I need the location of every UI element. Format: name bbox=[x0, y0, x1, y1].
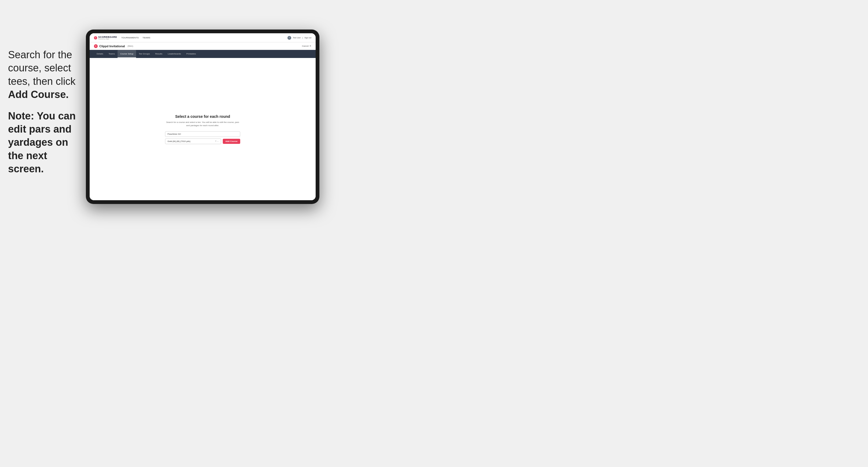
separator: | bbox=[302, 37, 303, 39]
logo-subtitle: Powered by clippd bbox=[98, 38, 117, 40]
tab-details[interactable]: Details bbox=[94, 50, 106, 58]
tournament-icon: C bbox=[94, 44, 98, 48]
tournament-badge: (Men) bbox=[127, 45, 133, 47]
annotation-bold: Add Course. bbox=[8, 89, 69, 100]
tab-results[interactable]: Results bbox=[152, 50, 165, 58]
tab-course-setup[interactable]: Course Setup bbox=[118, 50, 136, 58]
annotation-text: Search for the course, select tees, then… bbox=[8, 48, 83, 184]
cancel-button[interactable]: Cancel ✕ bbox=[302, 45, 311, 47]
card-title: Select a course for each round bbox=[165, 114, 240, 119]
tournament-title: C Clippd Invitational (Men) bbox=[94, 44, 133, 48]
cancel-label: Cancel bbox=[302, 45, 309, 47]
tab-bar: Details Teams Course Setup Tee Groups Re… bbox=[90, 50, 316, 58]
course-setup-card: Select a course for each round Search fo… bbox=[165, 114, 240, 144]
tab-teams[interactable]: Teams bbox=[106, 50, 118, 58]
nav-links: TOURNAMENTS TEAMS bbox=[121, 36, 287, 39]
top-nav: C SCOREBOARD Powered by clippd TOURNAMEN… bbox=[90, 33, 316, 42]
user-area: T Test User | Sign out bbox=[287, 36, 311, 40]
tee-select-controls: ✕ ⌄ bbox=[215, 140, 219, 142]
tablet-screen: C SCOREBOARD Powered by clippd TOURNAMEN… bbox=[90, 33, 316, 200]
tab-printables[interactable]: Printables bbox=[184, 50, 198, 58]
clear-icon[interactable]: ✕ bbox=[215, 140, 217, 142]
cancel-icon: ✕ bbox=[309, 45, 311, 47]
tab-tee-groups[interactable]: Tee Groups bbox=[136, 50, 152, 58]
user-name: Test User bbox=[293, 37, 301, 39]
nav-tournaments[interactable]: TOURNAMENTS bbox=[121, 36, 139, 39]
tab-leaderboards[interactable]: Leaderboards bbox=[165, 50, 184, 58]
tee-select-row: Gold (M) (M) (7010 yds) ✕ ⌄ Add Course bbox=[165, 138, 240, 144]
nav-teams[interactable]: TEAMS bbox=[143, 36, 150, 39]
tee-select-dropdown[interactable]: Gold (M) (M) (7010 yds) ✕ ⌄ bbox=[165, 138, 221, 144]
tournament-header: C Clippd Invitational (Men) Cancel ✕ bbox=[90, 42, 316, 50]
card-description: Search for a course and select a tee. Yo… bbox=[165, 121, 240, 127]
user-avatar: T bbox=[287, 36, 291, 40]
logo-text-block: SCOREBOARD Powered by clippd bbox=[98, 36, 117, 40]
annotation-line2: Note: You can edit pars and yardages on … bbox=[8, 110, 83, 176]
tablet-frame: C SCOREBOARD Powered by clippd TOURNAMEN… bbox=[86, 30, 319, 204]
logo-icon: C bbox=[94, 36, 97, 39]
main-content: Select a course for each round Search fo… bbox=[90, 58, 316, 200]
add-course-button[interactable]: Add Course bbox=[223, 139, 240, 144]
tee-select-value: Gold (M) (M) (7010 yds) bbox=[167, 140, 190, 143]
tournament-name: Clippd Invitational bbox=[99, 44, 125, 48]
course-search-input[interactable] bbox=[165, 131, 240, 137]
chevron-down-icon[interactable]: ⌄ bbox=[217, 140, 219, 142]
signout-link[interactable]: Sign out bbox=[304, 37, 311, 39]
annotation-line1: Search for the course, select tees, then… bbox=[8, 48, 83, 101]
logo-area: C SCOREBOARD Powered by clippd bbox=[94, 36, 117, 40]
